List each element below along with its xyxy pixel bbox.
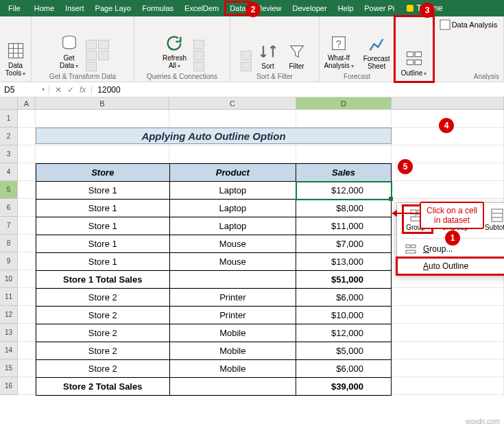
cell[interactable] xyxy=(169,110,296,128)
cell-sales[interactable]: $5,000 xyxy=(296,342,392,360)
refresh-all-button[interactable]: Refresh All xyxy=(160,32,189,71)
cell[interactable] xyxy=(36,110,169,128)
cell-store[interactable]: Store 2 xyxy=(36,307,170,324)
row-header[interactable]: 9 xyxy=(0,252,18,270)
cell-product[interactable] xyxy=(169,378,296,396)
cell[interactable] xyxy=(18,252,36,270)
select-all-triangle[interactable] xyxy=(0,97,18,109)
cell-sales[interactable]: $11,000 xyxy=(296,217,392,235)
selection-handle[interactable] xyxy=(389,197,393,201)
cell-sales[interactable]: $39,000 xyxy=(296,378,392,396)
cell-store[interactable]: Store 1 xyxy=(36,217,170,235)
cell-product[interactable] xyxy=(169,271,296,289)
cell[interactable] xyxy=(36,145,169,163)
row-header[interactable]: 5 xyxy=(0,181,18,199)
cell[interactable] xyxy=(18,145,36,163)
from-table-icon[interactable] xyxy=(86,51,97,60)
col-C[interactable]: C xyxy=(169,97,296,109)
col-B[interactable]: B xyxy=(36,97,169,109)
cell-product[interactable]: Laptop xyxy=(169,182,296,200)
cell-product[interactable]: Mobile xyxy=(169,342,296,360)
cell[interactable] xyxy=(392,342,504,359)
sort-za-icon[interactable] xyxy=(241,62,252,71)
cell-sales[interactable]: $51,000 xyxy=(296,271,392,289)
cell-store[interactable]: Store 2 xyxy=(36,342,170,360)
cell[interactable] xyxy=(392,306,504,324)
get-data-button[interactable]: Get Data xyxy=(57,32,82,71)
row-header[interactable]: 3 xyxy=(0,145,18,163)
cell-sales[interactable]: $8,000 xyxy=(296,200,392,217)
cell-product[interactable]: Mobile xyxy=(169,324,296,342)
cell[interactable] xyxy=(392,181,504,199)
row-header[interactable]: 11 xyxy=(0,288,18,306)
cell[interactable] xyxy=(18,163,36,181)
data-analysis-button[interactable]: Data Analysis xyxy=(440,19,498,30)
fx-icon[interactable]: fx xyxy=(80,85,86,95)
tab-developer[interactable]: Developer xyxy=(289,2,331,14)
row-header[interactable]: 7 xyxy=(0,217,18,235)
cell[interactable] xyxy=(18,128,36,145)
cell-sales[interactable]: $10,000 xyxy=(296,307,392,324)
cell[interactable] xyxy=(18,359,36,377)
cell-store[interactable]: Store 1 Total Sales xyxy=(36,271,170,289)
tab-insert[interactable]: Insert xyxy=(61,2,88,14)
cell[interactable] xyxy=(18,110,36,128)
cell[interactable] xyxy=(169,145,296,163)
cell-sales[interactable]: $12,000 xyxy=(296,182,392,200)
cell[interactable] xyxy=(392,377,504,395)
from-text-icon[interactable] xyxy=(86,40,97,49)
cell-sales[interactable]: $7,000 xyxy=(296,235,392,253)
col-rest[interactable] xyxy=(392,97,504,109)
cell-store[interactable]: Store 2 Total Sales xyxy=(36,378,170,396)
cell-product[interactable]: Mobile xyxy=(169,360,296,378)
row-header[interactable]: 1 xyxy=(0,110,18,128)
cell-store[interactable]: Store 1 xyxy=(36,182,170,200)
enter-icon[interactable]: ✓ xyxy=(67,85,74,95)
cell[interactable] xyxy=(296,110,392,128)
subtotal-button[interactable]: Subtotal xyxy=(482,206,504,233)
cell[interactable] xyxy=(18,181,36,199)
cell-product[interactable]: Laptop xyxy=(169,217,296,235)
existing-conn-icon[interactable] xyxy=(86,62,97,71)
col-A[interactable]: A xyxy=(18,97,36,109)
cell-store[interactable]: Store 1 xyxy=(36,200,170,217)
cell[interactable] xyxy=(18,342,36,359)
tab-file[interactable]: File xyxy=(4,2,27,14)
cell[interactable] xyxy=(392,324,504,342)
tab-formulas[interactable]: Formulas xyxy=(138,2,178,14)
edit-links-icon[interactable] xyxy=(193,62,204,71)
cell-store[interactable]: Store 2 xyxy=(36,324,170,342)
cell[interactable] xyxy=(18,199,36,217)
row-header[interactable]: 2 xyxy=(0,128,18,145)
queries-icon[interactable] xyxy=(193,40,204,49)
row-header[interactable]: 12 xyxy=(0,306,18,324)
cell[interactable] xyxy=(18,235,36,252)
row-header[interactable]: 14 xyxy=(0,342,18,359)
cell-product[interactable]: Mouse xyxy=(169,235,296,253)
sort-az-icon[interactable] xyxy=(241,51,252,60)
tab-page-layout[interactable]: Page Layo xyxy=(91,2,136,14)
cancel-icon[interactable]: ✕ xyxy=(55,85,62,95)
cell[interactable] xyxy=(18,288,36,306)
cell-sales[interactable]: $6,000 xyxy=(296,360,392,378)
cell-store[interactable]: Store 1 xyxy=(36,235,170,253)
row-header[interactable]: 8 xyxy=(0,235,18,252)
what-if-button[interactable]: ? What-If Analysis xyxy=(321,32,356,71)
sort-button[interactable]: Sort xyxy=(256,40,280,71)
row-header[interactable]: 4 xyxy=(0,163,18,181)
tab-power-pivot[interactable]: Power Pi xyxy=(360,2,398,14)
tab-exceldemy[interactable]: ExcelDem xyxy=(180,2,223,14)
cell-product[interactable]: Printer xyxy=(169,289,296,307)
cell[interactable] xyxy=(392,288,504,306)
outline-button[interactable]: Outline xyxy=(398,47,430,79)
properties-icon[interactable] xyxy=(193,51,204,60)
forecast-sheet-button[interactable]: Forecast Sheet xyxy=(361,33,393,71)
row-header[interactable]: 6 xyxy=(0,199,18,217)
cell-store[interactable]: Store 1 xyxy=(36,253,170,271)
cell[interactable] xyxy=(18,377,36,395)
cell-sales[interactable]: $12,000 xyxy=(296,324,392,342)
cell-sales[interactable]: $6,000 xyxy=(296,289,392,307)
recent-sources-icon[interactable] xyxy=(98,51,109,60)
tab-home[interactable]: Home xyxy=(30,2,58,14)
cell[interactable] xyxy=(296,145,392,163)
